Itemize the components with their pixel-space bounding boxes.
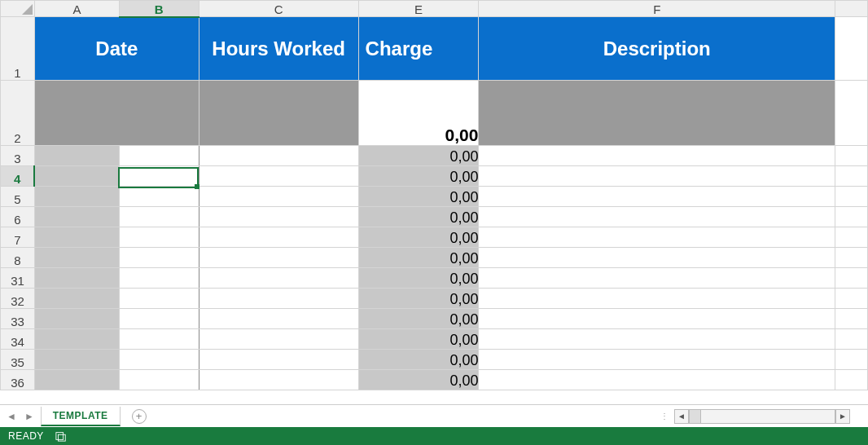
cell[interactable] bbox=[119, 309, 199, 329]
col-header-B[interactable]: B bbox=[119, 1, 199, 17]
scroll-thumb[interactable] bbox=[690, 410, 701, 423]
sheet-tab-template[interactable]: TEMPLATE bbox=[41, 407, 121, 426]
cell[interactable] bbox=[199, 227, 358, 248]
cell[interactable] bbox=[199, 187, 358, 207]
cell[interactable] bbox=[479, 207, 835, 227]
macro-recorder-icon[interactable] bbox=[55, 430, 67, 442]
header-date[interactable]: Date bbox=[34, 17, 199, 81]
tab-nav-next-icon[interactable]: ► bbox=[24, 411, 34, 422]
select-all-corner[interactable] bbox=[1, 1, 35, 17]
cell[interactable] bbox=[119, 227, 199, 248]
spreadsheet-grid[interactable]: A B C E F 1 Date Hours Worked Charge Des… bbox=[0, 0, 868, 404]
cell[interactable] bbox=[479, 289, 835, 309]
charge-cell[interactable]: 0,00 bbox=[358, 329, 479, 350]
cell[interactable] bbox=[34, 81, 199, 146]
cell[interactable] bbox=[119, 187, 199, 207]
cell[interactable] bbox=[34, 187, 119, 207]
cell[interactable] bbox=[34, 268, 119, 289]
cell[interactable] bbox=[479, 268, 835, 289]
cell[interactable] bbox=[479, 248, 835, 268]
cell[interactable] bbox=[119, 146, 199, 166]
cell[interactable] bbox=[199, 146, 358, 166]
row-header-31[interactable]: 31 bbox=[1, 268, 35, 289]
cell[interactable] bbox=[199, 370, 358, 390]
cell[interactable] bbox=[34, 146, 119, 166]
col-header-blank[interactable] bbox=[835, 1, 868, 17]
row-header-6[interactable]: 6 bbox=[1, 207, 35, 227]
cell[interactable] bbox=[479, 329, 835, 350]
cell[interactable] bbox=[34, 166, 119, 187]
row-header-2[interactable]: 2 bbox=[1, 81, 35, 146]
row-header-34[interactable]: 34 bbox=[1, 329, 35, 350]
cell[interactable] bbox=[479, 370, 835, 390]
cell[interactable] bbox=[199, 207, 358, 227]
col-header-E[interactable]: E bbox=[358, 1, 479, 17]
cell[interactable] bbox=[479, 187, 835, 207]
cell[interactable] bbox=[119, 248, 199, 268]
cell[interactable] bbox=[199, 350, 358, 370]
scroll-left-button[interactable]: ◄ bbox=[674, 409, 689, 424]
cell[interactable] bbox=[199, 329, 358, 350]
cell[interactable] bbox=[479, 146, 835, 166]
cell[interactable] bbox=[34, 370, 119, 390]
charge-cell[interactable]: 0,00 bbox=[358, 146, 479, 166]
charge-cell[interactable]: 0,00 bbox=[358, 350, 479, 370]
cell[interactable] bbox=[119, 329, 199, 350]
cell[interactable] bbox=[479, 81, 835, 146]
cell[interactable] bbox=[199, 248, 358, 268]
cell[interactable] bbox=[119, 370, 199, 390]
cell[interactable] bbox=[199, 268, 358, 289]
col-header-A[interactable]: A bbox=[34, 1, 119, 17]
horizontal-scrollbar[interactable]: ⋮ ◄ ► bbox=[655, 409, 850, 424]
col-header-F[interactable]: F bbox=[479, 1, 835, 17]
cell[interactable] bbox=[479, 350, 835, 370]
cell[interactable] bbox=[34, 329, 119, 350]
charge-cell[interactable]: 0,00 bbox=[358, 309, 479, 329]
col-header-C[interactable]: C bbox=[199, 1, 358, 17]
cell[interactable] bbox=[34, 309, 119, 329]
total-charge-cell[interactable]: 0,00 bbox=[358, 81, 479, 146]
header-description[interactable]: Description bbox=[479, 17, 835, 81]
cell[interactable] bbox=[119, 207, 199, 227]
header-hours[interactable]: Hours Worked bbox=[199, 17, 358, 81]
row-header-35[interactable]: 35 bbox=[1, 350, 35, 370]
cell[interactable] bbox=[119, 268, 199, 289]
row-header-5[interactable]: 5 bbox=[1, 187, 35, 207]
charge-cell[interactable]: 0,00 bbox=[358, 248, 479, 268]
cell[interactable] bbox=[34, 248, 119, 268]
row-header-8[interactable]: 8 bbox=[1, 248, 35, 268]
cell[interactable] bbox=[34, 350, 119, 370]
cell[interactable] bbox=[199, 309, 358, 329]
charge-cell[interactable]: 0,00 bbox=[358, 268, 479, 289]
row-header-3[interactable]: 3 bbox=[1, 146, 35, 166]
cell[interactable] bbox=[199, 289, 358, 309]
cell[interactable] bbox=[34, 227, 119, 248]
tab-nav-prev-icon[interactable]: ◄ bbox=[7, 411, 16, 422]
cell[interactable] bbox=[119, 166, 199, 187]
row-header-36[interactable]: 36 bbox=[1, 370, 35, 390]
cell[interactable] bbox=[34, 289, 119, 309]
row-header-7[interactable]: 7 bbox=[1, 227, 35, 248]
scroll-right-button[interactable]: ► bbox=[835, 409, 850, 424]
row-header-32[interactable]: 32 bbox=[1, 289, 35, 309]
cell[interactable] bbox=[479, 166, 835, 187]
cell[interactable] bbox=[479, 227, 835, 248]
charge-cell[interactable]: 0,00 bbox=[358, 370, 479, 390]
charge-cell[interactable]: 0,00 bbox=[358, 227, 479, 248]
charge-cell[interactable]: 0,00 bbox=[358, 207, 479, 227]
charge-cell[interactable]: 0,00 bbox=[358, 289, 479, 309]
cell[interactable] bbox=[119, 289, 199, 309]
header-charge[interactable]: Charge bbox=[358, 17, 479, 81]
charge-cell[interactable]: 0,00 bbox=[358, 166, 479, 187]
cell[interactable] bbox=[34, 207, 119, 227]
scroll-track[interactable] bbox=[689, 409, 835, 424]
cell[interactable] bbox=[479, 309, 835, 329]
row-header-4[interactable]: 4 bbox=[1, 166, 35, 187]
cell[interactable] bbox=[199, 81, 358, 146]
add-sheet-button[interactable]: + bbox=[132, 409, 147, 424]
row-header-1[interactable]: 1 bbox=[1, 17, 35, 81]
row-header-33[interactable]: 33 bbox=[1, 309, 35, 329]
cell[interactable] bbox=[199, 166, 358, 187]
scrollbar-grip-icon[interactable]: ⋮ bbox=[655, 412, 674, 421]
charge-cell[interactable]: 0,00 bbox=[358, 187, 479, 207]
